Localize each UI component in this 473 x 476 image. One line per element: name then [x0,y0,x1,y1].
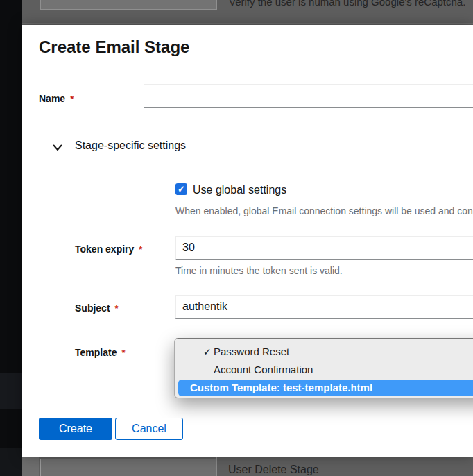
modal-title: Create Email Stage [39,37,189,57]
required-asterisk: * [121,348,125,358]
create-button[interactable]: Create [39,418,112,440]
token-expiry-help: Time in minutes the token sent is valid. [175,265,343,276]
subject-label-text: Subject [75,303,110,314]
name-input[interactable] [144,84,473,108]
background-table-cell-bottom [40,459,216,476]
name-label-text: Name [39,93,65,104]
sidebar-divider [0,248,22,248]
token-expiry-label-text: Token expiry [75,244,134,255]
sidebar-item-dimmed [0,373,22,409]
subject-input[interactable] [175,295,473,319]
check-icon: ✓ [178,184,185,194]
sidebar-divider [0,142,22,142]
sidebar-item-dimmed [0,448,22,476]
required-asterisk: * [70,94,74,104]
dropdown-option-custom-template[interactable]: Custom Template: test-template.html [178,380,473,396]
dropdown-option-account-confirmation[interactable]: Account Confirmation [175,361,473,379]
option-label: Account Confirmation [214,364,313,375]
subject-label: Subject* [75,303,119,314]
app-sidebar [0,0,22,476]
template-dropdown-popup: ✓ Password Reset Account Confirmation Cu… [174,338,473,398]
use-global-settings-help: When enabled, global Email connection se… [175,205,473,216]
option-label: Password Reset [214,346,289,357]
background-user-delete-stage-label: User Delete Stage [228,464,319,476]
template-label: Template* [75,347,126,358]
required-asterisk: * [115,303,119,314]
use-global-settings-checkbox[interactable]: ✓ [175,183,187,195]
dropdown-option-password-reset[interactable]: ✓ Password Reset [175,343,473,361]
group-header-stage-specific-settings[interactable]: Stage-specific settings [75,139,186,152]
cancel-button[interactable]: Cancel [115,418,183,440]
chevron-down-icon[interactable] [53,144,62,151]
background-row-divider [22,23,473,24]
template-label-text: Template [75,347,117,358]
background-table-cell-top [40,0,217,10]
use-global-settings-label[interactable]: Use global settings [193,184,286,196]
required-asterisk: * [139,244,142,255]
name-label: Name* [39,93,74,104]
create-email-stage-modal: Create Email Stage Name* Stage-specific … [22,25,473,457]
option-label: Custom Template: test-template.html [190,382,372,393]
background-captcha-description: Verify the user is human using Google's … [229,0,465,8]
background-column-divider [216,457,217,476]
token-expiry-input[interactable] [175,236,473,260]
check-icon: ✓ [203,343,212,361]
background-corner-patch [22,457,39,476]
token-expiry-label: Token expiry* [75,244,142,255]
